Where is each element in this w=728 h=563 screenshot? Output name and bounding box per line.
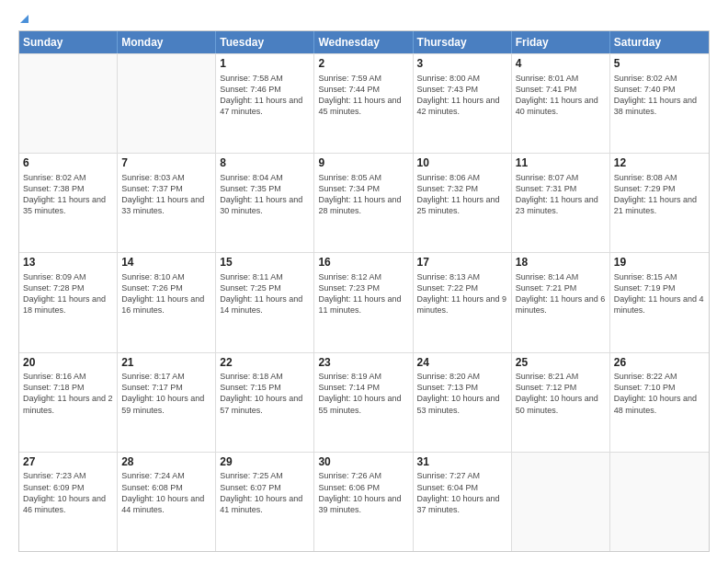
weekday-header-saturday: Saturday bbox=[610, 31, 709, 53]
cell-info: Sunrise: 8:04 AMSunset: 7:35 PMDaylight:… bbox=[220, 172, 310, 217]
cell-info: Sunrise: 7:27 AMSunset: 6:04 PMDaylight:… bbox=[417, 470, 507, 515]
day-number: 18 bbox=[516, 256, 606, 270]
calendar-cell: 18Sunrise: 8:14 AMSunset: 7:21 PMDayligh… bbox=[512, 253, 610, 351]
day-number: 8 bbox=[220, 156, 310, 171]
cell-info: Sunrise: 8:02 AMSunset: 7:40 PMDaylight:… bbox=[614, 73, 705, 118]
cell-info: Sunrise: 8:15 AMSunset: 7:19 PMDaylight:… bbox=[614, 271, 705, 316]
cell-info: Sunrise: 8:09 AMSunset: 7:28 PMDaylight:… bbox=[23, 271, 113, 316]
day-number: 30 bbox=[318, 455, 408, 470]
cell-info: Sunrise: 8:22 AMSunset: 7:10 PMDaylight:… bbox=[614, 371, 705, 416]
day-number: 2 bbox=[318, 57, 408, 72]
logo bbox=[18, 15, 28, 23]
calendar-cell: 23Sunrise: 8:19 AMSunset: 7:14 PMDayligh… bbox=[314, 353, 413, 452]
header bbox=[18, 15, 710, 23]
calendar-cell: 4Sunrise: 8:01 AMSunset: 7:41 PMDaylight… bbox=[512, 54, 610, 153]
day-number: 19 bbox=[614, 256, 705, 270]
calendar-cell: 19Sunrise: 8:15 AMSunset: 7:19 PMDayligh… bbox=[610, 253, 709, 351]
cell-info: Sunrise: 7:59 AMSunset: 7:44 PMDaylight:… bbox=[318, 73, 408, 118]
day-number: 1 bbox=[220, 57, 310, 72]
cell-info: Sunrise: 8:01 AMSunset: 7:41 PMDaylight:… bbox=[516, 73, 606, 118]
cell-info: Sunrise: 8:20 AMSunset: 7:13 PMDaylight:… bbox=[417, 371, 507, 416]
calendar-cell: 30Sunrise: 7:26 AMSunset: 6:06 PMDayligh… bbox=[314, 453, 413, 551]
day-number: 6 bbox=[23, 156, 113, 171]
cell-info: Sunrise: 8:02 AMSunset: 7:38 PMDaylight:… bbox=[23, 172, 113, 217]
calendar-body: 1Sunrise: 7:58 AMSunset: 7:46 PMDaylight… bbox=[19, 53, 709, 551]
calendar-cell: 14Sunrise: 8:10 AMSunset: 7:26 PMDayligh… bbox=[118, 253, 216, 351]
calendar-header: SundayMondayTuesdayWednesdayThursdayFrid… bbox=[19, 31, 709, 53]
day-number: 20 bbox=[23, 356, 113, 371]
calendar-cell: 15Sunrise: 8:11 AMSunset: 7:25 PMDayligh… bbox=[216, 253, 314, 351]
day-number: 12 bbox=[614, 156, 705, 171]
day-number: 29 bbox=[220, 455, 310, 470]
cell-info: Sunrise: 8:13 AMSunset: 7:22 PMDaylight:… bbox=[417, 271, 507, 316]
day-number: 28 bbox=[121, 455, 211, 470]
cell-info: Sunrise: 8:21 AMSunset: 7:12 PMDaylight:… bbox=[516, 371, 606, 416]
calendar-cell: 5Sunrise: 8:02 AMSunset: 7:40 PMDaylight… bbox=[610, 54, 709, 153]
cell-info: Sunrise: 8:10 AMSunset: 7:26 PMDaylight:… bbox=[121, 271, 211, 316]
calendar-cell bbox=[512, 453, 610, 551]
day-number: 31 bbox=[417, 455, 507, 470]
calendar-cell: 27Sunrise: 7:23 AMSunset: 6:09 PMDayligh… bbox=[19, 453, 118, 551]
day-number: 13 bbox=[23, 256, 113, 270]
cell-info: Sunrise: 7:25 AMSunset: 6:07 PMDaylight:… bbox=[220, 470, 310, 515]
day-number: 3 bbox=[417, 57, 507, 72]
cell-info: Sunrise: 8:06 AMSunset: 7:32 PMDaylight:… bbox=[417, 172, 507, 217]
calendar-cell: 6Sunrise: 8:02 AMSunset: 7:38 PMDaylight… bbox=[19, 154, 118, 252]
weekday-header-monday: Monday bbox=[118, 31, 216, 53]
calendar-cell: 17Sunrise: 8:13 AMSunset: 7:22 PMDayligh… bbox=[414, 253, 512, 351]
cell-info: Sunrise: 7:23 AMSunset: 6:09 PMDaylight:… bbox=[23, 470, 113, 515]
calendar-week-1: 1Sunrise: 7:58 AMSunset: 7:46 PMDaylight… bbox=[19, 53, 709, 153]
cell-info: Sunrise: 8:16 AMSunset: 7:18 PMDaylight:… bbox=[23, 371, 113, 416]
calendar-cell: 11Sunrise: 8:07 AMSunset: 7:31 PMDayligh… bbox=[512, 154, 610, 252]
cell-info: Sunrise: 8:11 AMSunset: 7:25 PMDaylight:… bbox=[220, 271, 310, 316]
cell-info: Sunrise: 7:58 AMSunset: 7:46 PMDaylight:… bbox=[220, 73, 310, 118]
calendar-cell: 22Sunrise: 8:18 AMSunset: 7:15 PMDayligh… bbox=[216, 353, 314, 452]
calendar-cell: 25Sunrise: 8:21 AMSunset: 7:12 PMDayligh… bbox=[512, 353, 610, 452]
cell-info: Sunrise: 8:03 AMSunset: 7:37 PMDaylight:… bbox=[121, 172, 211, 217]
day-number: 4 bbox=[516, 57, 606, 72]
weekday-header-wednesday: Wednesday bbox=[314, 31, 413, 53]
calendar-cell: 31Sunrise: 7:27 AMSunset: 6:04 PMDayligh… bbox=[414, 453, 512, 551]
page: SundayMondayTuesdayWednesdayThursdayFrid… bbox=[0, 0, 728, 563]
calendar-cell: 16Sunrise: 8:12 AMSunset: 7:23 PMDayligh… bbox=[314, 253, 413, 351]
calendar: SundayMondayTuesdayWednesdayThursdayFrid… bbox=[18, 30, 710, 552]
cell-info: Sunrise: 8:17 AMSunset: 7:17 PMDaylight:… bbox=[121, 371, 211, 416]
cell-info: Sunrise: 7:26 AMSunset: 6:06 PMDaylight:… bbox=[318, 470, 408, 515]
weekday-header-sunday: Sunday bbox=[19, 31, 118, 53]
calendar-cell: 26Sunrise: 8:22 AMSunset: 7:10 PMDayligh… bbox=[610, 353, 709, 452]
day-number: 5 bbox=[614, 57, 705, 72]
cell-info: Sunrise: 8:05 AMSunset: 7:34 PMDaylight:… bbox=[318, 172, 408, 217]
calendar-cell: 24Sunrise: 8:20 AMSunset: 7:13 PMDayligh… bbox=[414, 353, 512, 452]
cell-info: Sunrise: 8:12 AMSunset: 7:23 PMDaylight:… bbox=[318, 271, 408, 316]
calendar-cell: 10Sunrise: 8:06 AMSunset: 7:32 PMDayligh… bbox=[414, 154, 512, 252]
day-number: 24 bbox=[417, 356, 507, 371]
calendar-cell bbox=[118, 54, 216, 153]
calendar-cell: 8Sunrise: 8:04 AMSunset: 7:35 PMDaylight… bbox=[216, 154, 314, 252]
day-number: 27 bbox=[23, 455, 113, 470]
day-number: 22 bbox=[220, 356, 310, 371]
calendar-cell: 2Sunrise: 7:59 AMSunset: 7:44 PMDaylight… bbox=[314, 54, 413, 153]
calendar-week-5: 27Sunrise: 7:23 AMSunset: 6:09 PMDayligh… bbox=[19, 452, 709, 551]
cell-info: Sunrise: 7:24 AMSunset: 6:08 PMDaylight:… bbox=[121, 470, 211, 515]
weekday-header-tuesday: Tuesday bbox=[216, 31, 314, 53]
calendar-cell: 20Sunrise: 8:16 AMSunset: 7:18 PMDayligh… bbox=[19, 353, 118, 452]
day-number: 14 bbox=[121, 256, 211, 270]
cell-info: Sunrise: 8:07 AMSunset: 7:31 PMDaylight:… bbox=[516, 172, 606, 217]
calendar-week-2: 6Sunrise: 8:02 AMSunset: 7:38 PMDaylight… bbox=[19, 153, 709, 252]
day-number: 25 bbox=[516, 356, 606, 371]
calendar-cell: 12Sunrise: 8:08 AMSunset: 7:29 PMDayligh… bbox=[610, 154, 709, 252]
cell-info: Sunrise: 8:18 AMSunset: 7:15 PMDaylight:… bbox=[220, 371, 310, 416]
cell-info: Sunrise: 8:08 AMSunset: 7:29 PMDaylight:… bbox=[614, 172, 705, 217]
day-number: 16 bbox=[318, 256, 408, 270]
day-number: 15 bbox=[220, 256, 310, 270]
calendar-cell: 1Sunrise: 7:58 AMSunset: 7:46 PMDaylight… bbox=[216, 54, 314, 153]
calendar-cell: 9Sunrise: 8:05 AMSunset: 7:34 PMDaylight… bbox=[314, 154, 413, 252]
day-number: 26 bbox=[614, 356, 705, 371]
weekday-header-friday: Friday bbox=[512, 31, 610, 53]
day-number: 9 bbox=[318, 156, 408, 171]
day-number: 11 bbox=[516, 156, 606, 171]
day-number: 17 bbox=[417, 256, 507, 270]
calendar-week-4: 20Sunrise: 8:16 AMSunset: 7:18 PMDayligh… bbox=[19, 352, 709, 452]
calendar-cell: 3Sunrise: 8:00 AMSunset: 7:43 PMDaylight… bbox=[414, 54, 512, 153]
cell-info: Sunrise: 8:19 AMSunset: 7:14 PMDaylight:… bbox=[318, 371, 408, 416]
